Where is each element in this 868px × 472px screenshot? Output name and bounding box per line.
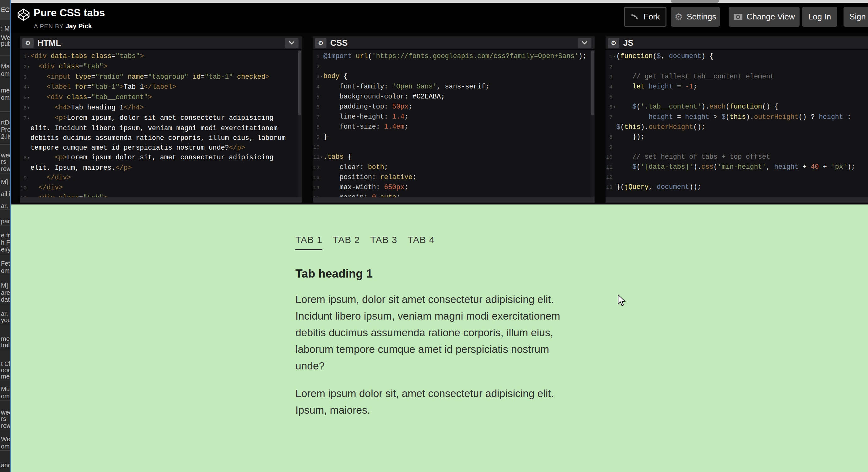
code-fold-icon[interactable]: ▾ — [27, 154, 30, 163]
code-line[interactable]: 3 <input type="radio" name="tabgroup" id… — [20, 72, 302, 82]
codepen-logo-icon[interactable] — [17, 8, 30, 21]
code-fold-icon[interactable]: ▾ — [27, 62, 30, 72]
code-line[interactable]: 8 font-size: 1.4em; — [313, 122, 595, 132]
code-line[interactable]: 13 position: relative; — [313, 172, 595, 182]
line-number: 6 — [20, 103, 27, 113]
code-fold-icon[interactable]: ▾ — [319, 72, 323, 82]
code-line[interactable]: 8▾ <p>Lorem ipsum dolor sit, amet consec… — [20, 153, 302, 163]
line-number: 10 — [313, 142, 319, 152]
code-fold-icon[interactable]: ▾ — [319, 153, 323, 163]
code-line[interactable]: 7 height = height > $(this).outerHeight(… — [606, 112, 868, 122]
author-link[interactable]: Jay Pick — [66, 22, 92, 30]
editor-collapse-button[interactable] — [578, 38, 591, 48]
code-line[interactable]: 2▾ <div class="tab"> — [20, 62, 302, 72]
code-line[interactable]: elit. Ipsum, maiores.</p> — [20, 163, 302, 173]
code-line[interactable]: 5 background-color: #C2EABA; — [313, 92, 595, 102]
code-line[interactable]: 6▾ $('.tab__content').each(function() { — [606, 102, 868, 112]
code-line[interactable]: 8 }); — [606, 132, 868, 142]
background-app-text-fragment: e fro — [1, 232, 10, 239]
line-number: 2 — [20, 62, 27, 72]
divider — [0, 173, 10, 173]
code-line[interactable]: 2 — [313, 62, 595, 71]
code-line[interactable]: 4 font-family: 'Open Sans', sans-serif; — [313, 82, 595, 92]
code-line[interactable]: 6▾ <h4>Tab heading 1</h4> — [20, 103, 302, 113]
code-fold-icon[interactable]: ▾ — [27, 114, 30, 124]
code-fold-icon[interactable]: ▾ — [613, 103, 616, 112]
fork-button[interactable]: Fork — [624, 7, 666, 27]
editor-header-js: ⚙ JS — [606, 36, 868, 49]
byline-prefix: A PEN BY — [34, 23, 64, 30]
preview-tab-3[interactable]: TAB 3 — [370, 235, 397, 250]
editor-gear-button[interactable]: ⚙ — [22, 38, 34, 48]
change-view-button[interactable]: Change View — [728, 7, 800, 27]
code-line[interactable]: tempore cumque amet id perspiciatis nost… — [20, 143, 302, 153]
line-number: 4 — [313, 82, 319, 92]
line-number: 13 — [606, 182, 613, 192]
editor-horizontal-scrollbar[interactable] — [606, 197, 868, 203]
code-line[interactable]: 9 </div> — [20, 173, 302, 183]
line-number: 6 — [606, 102, 613, 112]
line-number: 8 — [20, 153, 27, 163]
editor-title: CSS — [330, 38, 348, 48]
signup-button-label: Sign Up — [849, 12, 868, 22]
code-line[interactable]: 3▾body { — [313, 71, 595, 82]
code-line[interactable]: elit. Incidunt libero ipsum, veniam magn… — [20, 124, 302, 133]
preview-tab-4[interactable]: TAB 4 — [407, 235, 434, 250]
background-app-text-fragment: M] H — [1, 282, 10, 289]
preview-tab-2[interactable]: TAB 2 — [333, 235, 360, 250]
code-line[interactable]: 6 padding-top: 50px; — [313, 102, 595, 112]
editor-vertical-scrollbar[interactable] — [590, 50, 595, 197]
editor-gear-button[interactable]: ⚙ — [315, 38, 327, 48]
code-fold-icon[interactable]: ▾ — [27, 93, 30, 103]
background-app-text-fragment: Mu — [1, 385, 10, 393]
code-editor-js[interactable]: 1▾(function($, document) {23 // get tall… — [606, 50, 868, 203]
code-line[interactable]: 5 — [606, 92, 868, 102]
code-line[interactable]: 2 — [606, 62, 868, 72]
code-fold-icon[interactable]: ▾ — [27, 83, 30, 93]
code-line[interactable]: 10 </div> — [20, 183, 302, 193]
preview-tab-heading: Tab heading 1 — [296, 267, 373, 280]
editor-horizontal-scrollbar[interactable] — [313, 197, 595, 203]
editor-gear-button[interactable]: ⚙ — [608, 38, 619, 48]
code-line[interactable]: 4 let height = -1; — [606, 82, 868, 92]
signup-button[interactable]: Sign Up — [843, 7, 868, 27]
code-editor-css[interactable]: 1@import url('https://fonts.googleapis.c… — [313, 50, 595, 203]
code-line[interactable]: 3 // get tallest tab__content element — [606, 72, 868, 82]
code-line[interactable]: 12 — [606, 172, 868, 182]
background-app-text-fragment: om/ — [1, 94, 10, 101]
code-line[interactable]: 1▾<div data-tabs class="tabs"> — [20, 52, 302, 62]
editor-collapse-button[interactable] — [285, 38, 299, 48]
change-view-button-label: Change View — [746, 12, 795, 22]
code-line[interactable]: debitis ducimus assumenda ratione corpor… — [20, 133, 302, 143]
code-line[interactable]: 9 — [606, 142, 868, 152]
editor-horizontal-scrollbar[interactable] — [20, 197, 302, 203]
code-line[interactable]: 12 clear: both; — [313, 163, 595, 172]
code-line[interactable]: 7▾ <p>Lorem ipsum, dolor sit amet consec… — [20, 113, 302, 124]
code-line[interactable]: 9} — [313, 132, 595, 142]
code-line[interactable]: 7 line-height: 1.4; — [313, 112, 595, 122]
code-line[interactable]: 1@import url('https://fonts.googleapis.c… — [313, 52, 595, 62]
divider — [0, 324, 10, 324]
code-line[interactable]: 1▾(function($, document) { — [606, 52, 868, 62]
code-fold-icon[interactable]: ▾ — [27, 52, 30, 62]
line-number: 4 — [20, 82, 27, 92]
code-line[interactable]: 14 max-width: 650px; — [313, 182, 595, 193]
code-line[interactable]: 11▾.tabs { — [313, 152, 595, 163]
code-editor-html[interactable]: 1▾<div data-tabs class="tabs">2▾ <div cl… — [20, 50, 302, 203]
background-app-text-fragment: Mate — [1, 63, 10, 70]
code-line[interactable]: $(this).outerHeight(); — [606, 122, 868, 132]
code-fold-icon[interactable]: ▾ — [27, 103, 30, 113]
line-number: 2 — [606, 62, 613, 72]
code-fold-icon[interactable]: ▾ — [613, 52, 616, 62]
editor-vertical-scrollbar[interactable] — [298, 50, 302, 197]
code-line[interactable]: 13}(jQuery, document)); — [606, 182, 868, 192]
browser-tab-edge — [671, 0, 719, 3]
code-line[interactable]: 5▾ <div class="tab__content"> — [20, 93, 302, 103]
code-line[interactable]: 10 — [313, 142, 595, 152]
login-button[interactable]: Log In — [802, 7, 837, 27]
code-line[interactable]: 11 $('[data-tabs]').css('min-height', he… — [606, 162, 868, 172]
code-line[interactable]: 4▾ <label for="tab-1">Tab 1</label> — [20, 82, 302, 93]
settings-button[interactable]: ⚙ Settings — [671, 7, 720, 27]
preview-tab-1[interactable]: TAB 1 — [296, 235, 322, 250]
code-line[interactable]: 10 // set height of tabs + top offset — [606, 152, 868, 162]
